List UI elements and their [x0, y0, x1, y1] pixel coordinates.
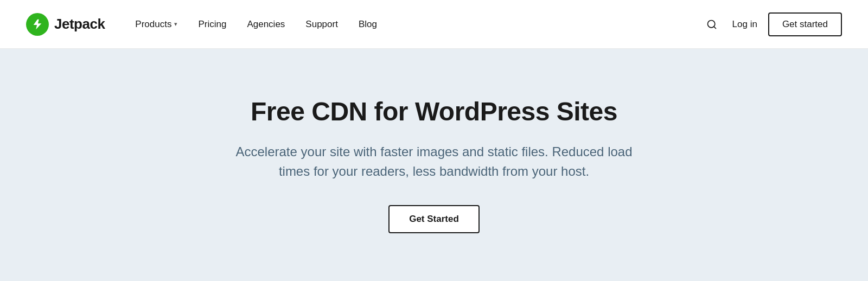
logo-link[interactable]: Jetpack	[26, 13, 105, 36]
nav-item-support[interactable]: Support	[297, 15, 347, 34]
nav-support-label: Support	[305, 19, 338, 30]
nav-links: Products ▾ Pricing Agencies Support Blog	[126, 15, 701, 34]
nav-pricing-label: Pricing	[198, 19, 226, 30]
nav-item-agencies[interactable]: Agencies	[238, 15, 293, 34]
navbar: Jetpack Products ▾ Pricing Agencies Supp…	[0, 0, 868, 49]
nav-item-pricing[interactable]: Pricing	[189, 15, 235, 34]
hero-cta-button[interactable]: Get Started	[388, 205, 480, 233]
nav-actions: Log in Get started	[702, 12, 842, 36]
hero-title: Free CDN for WordPress Sites	[228, 97, 640, 126]
hero-content: Free CDN for WordPress Sites Accelerate …	[228, 97, 640, 233]
brand-name: Jetpack	[54, 16, 105, 33]
logo-icon	[26, 13, 49, 36]
search-icon	[706, 19, 717, 30]
search-button[interactable]	[702, 15, 722, 34]
login-link[interactable]: Log in	[732, 19, 757, 30]
get-started-nav-button[interactable]: Get started	[768, 12, 842, 36]
nav-blog-label: Blog	[359, 19, 377, 30]
nav-item-products[interactable]: Products ▾	[126, 15, 186, 34]
svg-line-1	[713, 26, 716, 28]
chevron-down-icon: ▾	[174, 21, 177, 28]
nav-products-label: Products	[135, 19, 171, 30]
hero-subtitle: Accelerate your site with faster images …	[228, 142, 640, 181]
hero-section: Free CDN for WordPress Sites Accelerate …	[0, 49, 868, 281]
nav-item-blog[interactable]: Blog	[350, 15, 386, 34]
nav-agencies-label: Agencies	[247, 19, 285, 30]
